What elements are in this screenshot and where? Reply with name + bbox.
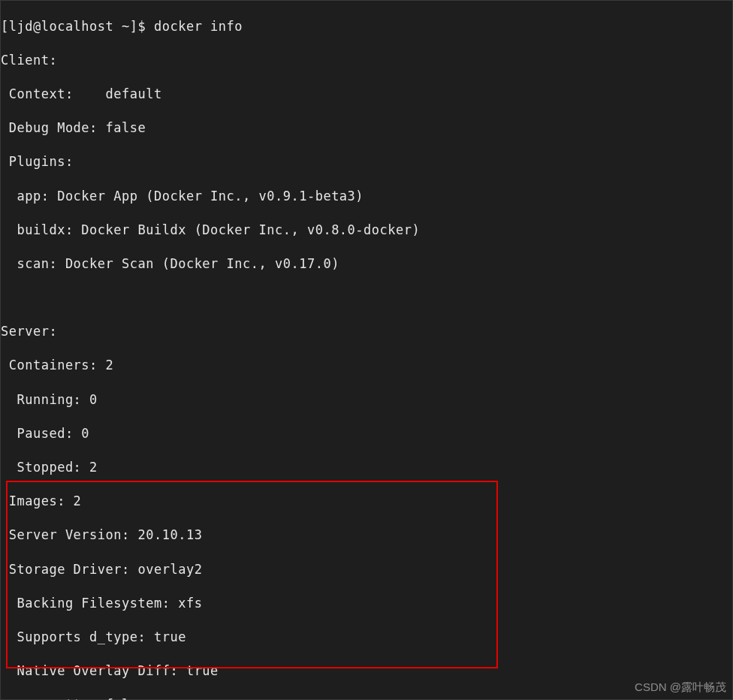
output-line: Server Version: 20.10.13 [1, 527, 732, 544]
value: false [106, 120, 146, 135]
output-line: buildx: Docker Buildx (Docker Inc., v0.8… [1, 222, 732, 239]
output-line: Context: default [1, 86, 732, 103]
output-line: Storage Driver: overlay2 [1, 561, 732, 578]
value: default [106, 86, 162, 101]
output-line: Client: [1, 52, 732, 69]
output-line: Debug Mode: false [1, 119, 732, 137]
output-line: Backing Filesystem: xfs [1, 595, 732, 612]
output-line: Images: 2 [1, 493, 732, 510]
output-line: Native Overlay Diff: true [1, 662, 732, 680]
label: Debug Mode: [1, 120, 106, 135]
output-line: Stopped: 2 [1, 459, 732, 476]
output-line: app: Docker App (Docker Inc., v0.9.1-bet… [1, 188, 732, 205]
label: Context: [1, 86, 106, 101]
output-line: Server: [1, 323, 732, 340]
command-text: docker info [154, 19, 243, 34]
output-line: Paused: 0 [1, 425, 732, 442]
terminal-window[interactable]: [ljd@localhost ~]$ docker info Client: C… [0, 0, 733, 700]
watermark-text: CSDN @露叶畅茂 [635, 679, 726, 696]
output-line: Running: 0 [1, 391, 732, 409]
output-line: Plugins: [1, 153, 732, 170]
blank-line [1, 289, 732, 306]
prompt-line: [ljd@localhost ~]$ docker info [1, 18, 732, 35]
output-line: Supports d_type: true [1, 629, 732, 646]
output-line: scan: Docker Scan (Docker Inc., v0.17.0) [1, 255, 732, 273]
shell-prompt: [ljd@localhost ~]$ [1, 19, 154, 34]
output-line: userxattr: false [1, 696, 732, 700]
output-line: Containers: 2 [1, 357, 732, 374]
